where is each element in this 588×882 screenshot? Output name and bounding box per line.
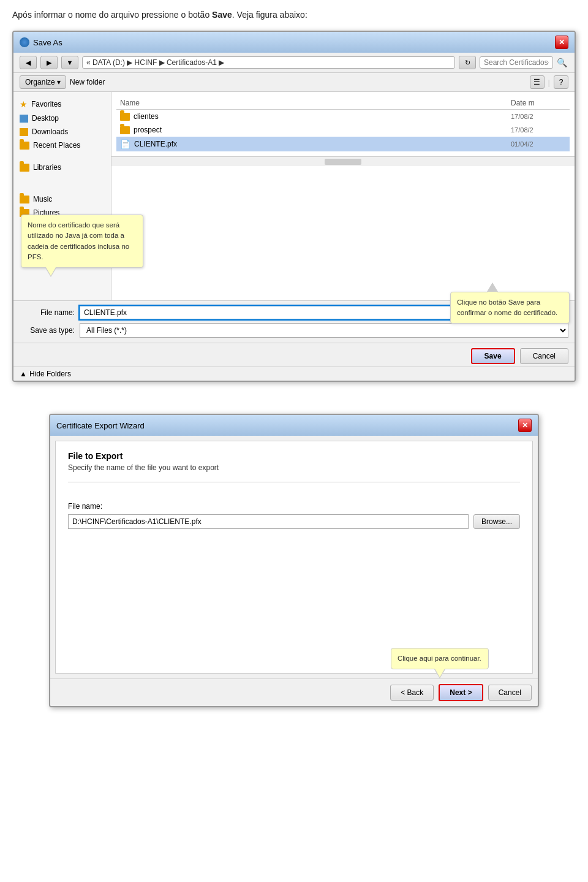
file-item-cliente-pfx[interactable]: 📄 CLIENTE.pfx 01/04/2: [116, 137, 570, 151]
hide-folders-row: ▲ Hide Folders: [13, 367, 575, 381]
view-button[interactable]: ☰: [530, 75, 545, 89]
nav-favorites-label: Favorites: [31, 100, 61, 108]
tooltip-left: Nome do certificado que será utilizado n…: [21, 215, 143, 268]
dialog-body: ★ Favorites Desktop Downloads Recent Pla…: [13, 92, 575, 300]
file-item-clientes[interactable]: clientes 17/08/2: [116, 110, 570, 123]
col-name-header: Name: [120, 99, 511, 107]
saveas-toolbar: ◀ ▶ ▼ « DATA (D:) ▶ HCINF ▶ Certificados…: [13, 53, 575, 73]
file-item-prospect[interactable]: prospect 17/08/2: [116, 123, 570, 137]
desktop-icon: [20, 115, 28, 123]
organize-button[interactable]: Organize ▾: [20, 75, 66, 89]
cert-title-text: Certificate Export Wizard: [56, 421, 145, 430]
folder-icon-prospect: [120, 126, 130, 134]
cert-tooltip-text: Clique aqui para continuar.: [398, 655, 481, 662]
hide-folders-label: Hide Folders: [29, 370, 71, 378]
nav-libraries[interactable]: Libraries: [13, 161, 111, 174]
intro-text-before: Após informar o nome do arquivo pression…: [12, 10, 212, 20]
saveas-titlebar: Save As ✕: [13, 32, 575, 53]
file-list: Name Date m clientes 17/08/2 prospect 17…: [111, 92, 575, 156]
cert-section-title: File to Export: [68, 451, 520, 461]
refresh-button[interactable]: ↻: [459, 56, 476, 69]
cert-section-sub: Specify the name of the file you want to…: [68, 463, 520, 472]
help-button[interactable]: ?: [554, 75, 568, 89]
nav-desktop-label: Desktop: [32, 114, 59, 123]
search-bar: 🔍: [480, 56, 568, 69]
downloads-icon: [20, 128, 28, 136]
nav-favorites[interactable]: ★ Favorites: [13, 97, 111, 112]
left-nav-panel: ★ Favorites Desktop Downloads Recent Pla…: [13, 92, 111, 300]
back-button[interactable]: ◀: [20, 56, 37, 69]
intro-text-after: . Veja figura abaixo:: [232, 10, 307, 20]
cert-divider: [68, 482, 520, 482]
cancel-button[interactable]: Cancel: [520, 348, 568, 364]
file-cliente-pfx-date: 01/04/2: [511, 140, 566, 148]
forward-button[interactable]: ▶: [40, 56, 58, 69]
saveas-close-button[interactable]: ✕: [555, 36, 568, 49]
nav-music[interactable]: Music: [13, 192, 111, 206]
nav-libraries-label: Libraries: [33, 163, 61, 172]
nav-music-label: Music: [33, 195, 52, 203]
hide-folders-arrow: ▲: [20, 370, 27, 378]
file-type-select[interactable]: All Files (*.*): [80, 323, 568, 338]
nav-downloads-label: Downloads: [32, 127, 68, 136]
file-clientes-date: 17/08/2: [511, 113, 566, 120]
tooltip-left-text: Nome do certificado que será utilizado n…: [28, 221, 129, 260]
file-list-header: Name Date m: [116, 97, 570, 110]
favorites-icon: ★: [20, 99, 28, 109]
file-prospect-name: prospect: [134, 126, 507, 134]
pfx-file-icon: 📄: [120, 139, 130, 149]
cert-titlebar: Certificate Export Wizard ✕: [50, 415, 538, 436]
breadcrumb-text: « DATA (D:) ▶ HCINF ▶ Certificados-A1 ▶: [86, 58, 224, 67]
scroll-thumb: [325, 159, 361, 165]
music-icon: [20, 196, 29, 203]
search-icon[interactable]: 🔍: [555, 56, 568, 69]
tooltip-arrow-border: [487, 283, 498, 292]
search-input[interactable]: [480, 56, 553, 69]
next-button-cert[interactable]: Next >: [439, 684, 483, 701]
cert-filename-input[interactable]: [68, 514, 469, 529]
nav-recent[interactable]: Recent Places: [13, 139, 111, 152]
horizontal-scrollbar[interactable]: [111, 156, 575, 166]
nav-downloads[interactable]: Downloads: [13, 125, 111, 139]
cert-tooltip: Clique aqui para continuar.: [391, 648, 489, 669]
saveas-dialog: Save As ✕ ◀ ▶ ▼ « DATA (D:) ▶ HCINF ▶ Ce…: [12, 31, 576, 382]
recent-icon: [20, 142, 29, 150]
file-type-row: Save as type: All Files (*.*): [20, 323, 568, 338]
tooltip-save-right-text: Clique no botão Save para confirmar o no…: [457, 298, 557, 316]
nav-desktop[interactable]: Desktop: [13, 112, 111, 125]
col-date-header: Date m: [511, 99, 566, 107]
file-clientes-name: clientes: [134, 112, 507, 121]
intro-paragraph: Após informar o nome do arquivo pression…: [12, 10, 576, 20]
cert-field-label: File name:: [68, 502, 520, 511]
cert-footer: < Back Next > Cancel: [50, 679, 538, 706]
new-folder-button[interactable]: New folder: [70, 78, 105, 86]
dialog-action-row: Save Cancel: [13, 343, 575, 367]
cert-input-row: Browse...: [68, 514, 520, 529]
nav-recent-label: Recent Places: [33, 141, 80, 150]
dropdown-button[interactable]: ▼: [61, 56, 78, 69]
cert-body: File to Export Specify the name of the f…: [55, 441, 533, 674]
file-prospect-date: 17/08/2: [511, 126, 566, 134]
breadcrumb-bar[interactable]: « DATA (D:) ▶ HCINF ▶ Certificados-A1 ▶: [82, 56, 455, 69]
browse-button[interactable]: Browse...: [473, 514, 520, 529]
save-button[interactable]: Save: [471, 348, 515, 364]
tooltip-save-right: Clique no botão Save para confirmar o no…: [450, 292, 570, 324]
back-button-cert[interactable]: < Back: [390, 685, 434, 701]
folder-icon-clientes: [120, 113, 130, 121]
cert-close-button[interactable]: ✕: [518, 419, 532, 432]
action-bar: Organize ▾ New folder ☰ | ?: [13, 73, 575, 92]
action-bar-right: ☰ | ?: [530, 75, 568, 89]
cert-footer-wrapper: Clique aqui para continuar. < Back Next …: [50, 679, 538, 706]
right-file-panel: Name Date m clientes 17/08/2 prospect 17…: [111, 92, 575, 300]
ie-icon: [20, 37, 29, 47]
file-name-label: File name:: [20, 308, 75, 317]
hide-folders-button[interactable]: ▲ Hide Folders: [20, 370, 71, 378]
file-type-label: Save as type:: [20, 326, 75, 335]
saveas-title-left: Save As: [20, 37, 62, 47]
saveas-title-text: Save As: [33, 38, 62, 47]
file-cliente-pfx-name: CLIENTE.pfx: [134, 140, 507, 148]
cancel-button-cert[interactable]: Cancel: [488, 685, 532, 701]
intro-save-bold: Save: [212, 10, 232, 20]
libraries-icon: [20, 164, 29, 172]
cert-export-dialog: Certificate Export Wizard ✕ File to Expo…: [49, 414, 539, 707]
